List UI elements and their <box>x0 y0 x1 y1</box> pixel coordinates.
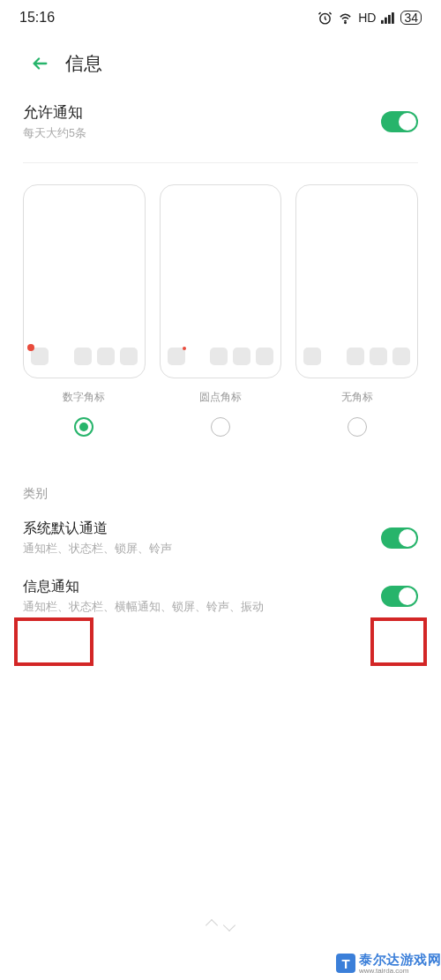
allow-toggle[interactable] <box>381 111 418 132</box>
channel-toggle[interactable] <box>381 527 418 549</box>
wifi-icon <box>338 11 353 26</box>
svg-rect-4 <box>388 14 391 23</box>
status-hd: HD <box>358 11 376 25</box>
channel-sub: 通知栏、状态栏、锁屏、铃声 <box>23 542 172 557</box>
svg-rect-2 <box>381 19 384 23</box>
preview-number-badge[interactable]: 数字角标 <box>23 184 146 437</box>
phone-mock-icon <box>295 184 418 378</box>
preview-no-badge[interactable]: 无角标 <box>295 184 418 437</box>
watermark-logo-icon: T <box>336 954 355 973</box>
allow-title: 允许通知 <box>23 102 86 123</box>
allow-sub: 每天大约5条 <box>23 126 86 141</box>
phone-mock-icon <box>23 184 146 378</box>
nav-indicator-icon <box>207 920 234 931</box>
radio[interactable] <box>348 417 367 437</box>
badge-preview-row: 数字角标 圆点角标 无角标 <box>0 163 441 444</box>
category-label: 类别 <box>0 444 441 509</box>
channel-message-notification[interactable]: 信息通知 通知栏、状态栏、横幅通知、锁屏、铃声、振动 <box>0 567 441 625</box>
battery-badge: 34 <box>400 11 422 25</box>
preview-label: 数字角标 <box>63 390 105 405</box>
radio[interactable] <box>211 417 230 437</box>
preview-label: 无角标 <box>341 390 373 405</box>
watermark: T 泰尔达游戏网 www.tairda.com <box>336 952 441 975</box>
back-icon[interactable] <box>30 54 49 73</box>
channel-sub: 通知栏、状态栏、横幅通知、锁屏、铃声、振动 <box>23 600 264 615</box>
allow-notification-row: 允许通知 每天大约5条 <box>0 83 441 153</box>
preview-dot-badge[interactable]: 圆点角标 <box>160 184 282 437</box>
preview-label: 圆点角标 <box>199 390 242 405</box>
status-bar: 15:16 HD 34 <box>0 0 441 35</box>
header: 信息 <box>0 35 441 83</box>
page-title: 信息 <box>65 51 102 76</box>
channel-title: 系统默认通道 <box>23 520 172 538</box>
svg-rect-3 <box>385 17 387 23</box>
phone-mock-icon <box>160 184 282 378</box>
channel-title: 信息通知 <box>23 578 264 596</box>
channel-system-default[interactable]: 系统默认通道 通知栏、状态栏、锁屏、铃声 <box>0 509 441 567</box>
signal-icon <box>381 11 395 25</box>
radio-selected[interactable] <box>74 417 93 437</box>
channel-toggle[interactable] <box>381 586 418 607</box>
status-right: HD 34 <box>318 11 422 26</box>
alarm-icon <box>318 11 333 26</box>
svg-point-1 <box>345 22 346 23</box>
status-time: 15:16 <box>19 10 55 26</box>
svg-rect-5 <box>392 12 394 24</box>
